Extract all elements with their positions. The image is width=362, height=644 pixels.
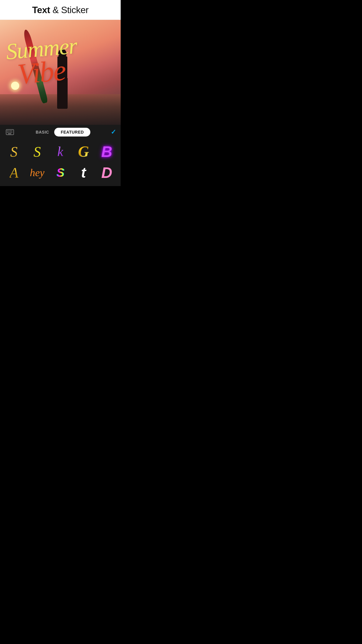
font-letter-3: G bbox=[78, 144, 89, 159]
svg-rect-1 bbox=[7, 130, 8, 131]
font-letter-4: B bbox=[101, 144, 112, 159]
font-item-1[interactable]: S bbox=[26, 141, 49, 162]
tab-row: BASIC FEATURED ✓ bbox=[0, 128, 121, 139]
page-title: Text & Sticker bbox=[0, 5, 121, 15]
font-letter-6: hey bbox=[30, 167, 44, 178]
font-letter-9: D bbox=[101, 165, 112, 180]
svg-rect-9 bbox=[8, 133, 11, 134]
svg-rect-7 bbox=[10, 132, 11, 133]
tab-basic[interactable]: BASIC bbox=[30, 128, 54, 136]
keyboard-icon[interactable] bbox=[5, 127, 15, 137]
font-item-7[interactable]: S bbox=[49, 162, 72, 183]
font-item-3[interactable]: G bbox=[72, 141, 95, 162]
font-letter-7: S bbox=[56, 167, 64, 179]
check-icon[interactable]: ✓ bbox=[111, 128, 116, 136]
svg-rect-8 bbox=[11, 132, 12, 133]
font-item-2[interactable]: k bbox=[49, 141, 72, 162]
sun-element bbox=[11, 82, 19, 90]
image-canvas[interactable]: Summer Vibe bbox=[0, 20, 121, 125]
tab-featured[interactable]: FEATURED bbox=[54, 128, 90, 136]
overlay-text-vibe[interactable]: Vibe bbox=[16, 56, 66, 89]
title-bold: Text bbox=[32, 5, 50, 15]
font-item-9[interactable]: D bbox=[95, 162, 118, 183]
svg-rect-6 bbox=[8, 132, 9, 133]
svg-rect-2 bbox=[8, 130, 9, 131]
header: Text & Sticker bbox=[0, 0, 121, 20]
svg-rect-3 bbox=[10, 130, 11, 131]
font-letter-1: S bbox=[34, 144, 41, 159]
svg-rect-4 bbox=[11, 130, 12, 131]
font-item-6[interactable]: hey bbox=[26, 162, 49, 183]
font-item-0[interactable]: S bbox=[2, 141, 26, 162]
bottom-toolbar: BASIC FEATURED ✓ S S k G B A hey S t bbox=[0, 125, 121, 186]
keyboard-svg bbox=[6, 129, 14, 135]
font-grid: S S k G B A hey S t D bbox=[0, 139, 121, 186]
font-letter-5: A bbox=[10, 165, 19, 180]
font-item-8[interactable]: t bbox=[72, 162, 95, 183]
font-item-5[interactable]: A bbox=[2, 162, 26, 183]
svg-rect-5 bbox=[7, 132, 8, 133]
font-letter-8: t bbox=[81, 165, 86, 180]
font-letter-2: k bbox=[57, 145, 63, 158]
title-connector: & bbox=[50, 5, 61, 15]
font-item-4[interactable]: B bbox=[95, 141, 118, 162]
font-letter-0: S bbox=[10, 144, 17, 159]
title-regular: Sticker bbox=[61, 5, 88, 15]
